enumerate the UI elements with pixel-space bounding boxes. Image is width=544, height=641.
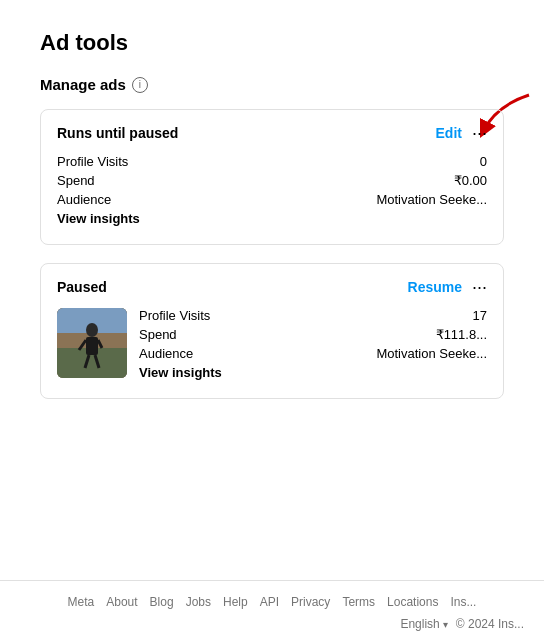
ad-2-more-button[interactable]: ··· [472, 278, 487, 296]
footer-bottom: English ▾ © 2024 Ins... [20, 617, 524, 631]
ad-1-stat-2: Audience Motivation Seeke... [57, 192, 487, 207]
ad-card-2-top: Paused Resume ··· [57, 278, 487, 296]
ad-2-stat-0-label: Profile Visits [139, 308, 210, 323]
page-title: Ad tools [40, 30, 504, 56]
ad-2-stat-1-value: ₹111.8... [436, 327, 487, 342]
ad-2-resume-button[interactable]: Resume [408, 279, 462, 295]
ad-2-stat-2: Audience Motivation Seeke... [139, 346, 487, 361]
footer-link-blog[interactable]: Blog [150, 595, 174, 609]
ad-1-status: Runs until paused [57, 125, 178, 141]
footer-link-terms[interactable]: Terms [342, 595, 375, 609]
chevron-down-icon: ▾ [443, 619, 448, 630]
footer-link-locations[interactable]: Locations [387, 595, 438, 609]
manage-ads-section: Manage ads i [40, 76, 504, 93]
ad-1-actions: Edit ··· [436, 124, 487, 142]
footer-link-api[interactable]: API [260, 595, 279, 609]
ad-2-view-insights-link[interactable]: View insights [139, 365, 222, 380]
footer: Meta About Blog Jobs Help API Privacy Te… [0, 580, 544, 641]
ad-2-thumb-image [57, 308, 127, 378]
footer-link-privacy[interactable]: Privacy [291, 595, 330, 609]
ad-1-stat-1: Spend ₹0.00 [57, 173, 487, 188]
ad-1-details: Profile Visits 0 Spend ₹0.00 Audience Mo… [57, 154, 487, 230]
copyright-text: © 2024 Ins... [456, 617, 524, 631]
ad-2-insights-row: View insights [139, 365, 487, 380]
ad-1-stat-1-value: ₹0.00 [454, 173, 487, 188]
ad-1-stat-0-label: Profile Visits [57, 154, 128, 169]
svg-point-4 [86, 323, 98, 337]
ad-1-stat-0: Profile Visits 0 [57, 154, 487, 169]
ad-2-actions: Resume ··· [408, 278, 487, 296]
ad-1-more-button[interactable]: ··· [472, 124, 487, 142]
main-content: Ad tools Manage ads i Runs until paused … [0, 0, 544, 437]
ad-2-stat-0: Profile Visits 17 [139, 308, 487, 323]
ad-1-stat-0-value: 0 [480, 154, 487, 169]
ad-1-edit-button[interactable]: Edit [436, 125, 462, 141]
footer-link-help[interactable]: Help [223, 595, 248, 609]
footer-link-about[interactable]: About [106, 595, 137, 609]
page-container: Ad tools Manage ads i Runs until paused … [0, 0, 544, 641]
ad-card-1: Runs until paused Edit ··· Profile Visit… [40, 109, 504, 245]
ad-1-stat-2-value: Motivation Seeke... [376, 192, 487, 207]
ad-2-thumbnail [57, 308, 127, 378]
ad-card-1-top: Runs until paused Edit ··· [57, 124, 487, 142]
manage-ads-label: Manage ads [40, 76, 126, 93]
ad-1-insights-row: View insights [57, 211, 487, 226]
language-selector[interactable]: English ▾ [400, 617, 447, 631]
language-text: English [400, 617, 439, 631]
ad-2-stat-1-label: Spend [139, 327, 177, 342]
footer-link-meta[interactable]: Meta [68, 595, 95, 609]
footer-links: Meta About Blog Jobs Help API Privacy Te… [20, 595, 524, 609]
ad-2-stat-2-label: Audience [139, 346, 193, 361]
svg-rect-5 [86, 337, 98, 355]
ad-card-2: Paused Resume ··· [40, 263, 504, 399]
ad-2-body: Profile Visits 17 Spend ₹111.8... Audien… [57, 308, 487, 384]
ad-2-status: Paused [57, 279, 107, 295]
info-icon[interactable]: i [132, 77, 148, 93]
ad-2-stat-2-value: Motivation Seeke... [376, 346, 487, 361]
ad-2-details: Profile Visits 17 Spend ₹111.8... Audien… [139, 308, 487, 384]
footer-link-more[interactable]: Ins... [450, 595, 476, 609]
ad-1-view-insights-link[interactable]: View insights [57, 211, 140, 226]
footer-link-jobs[interactable]: Jobs [186, 595, 211, 609]
ad-1-body: Profile Visits 0 Spend ₹0.00 Audience Mo… [57, 154, 487, 230]
ad-2-stat-1: Spend ₹111.8... [139, 327, 487, 342]
ad-1-stat-1-label: Spend [57, 173, 95, 188]
ad-2-stat-0-value: 17 [473, 308, 487, 323]
ad-1-stat-2-label: Audience [57, 192, 111, 207]
